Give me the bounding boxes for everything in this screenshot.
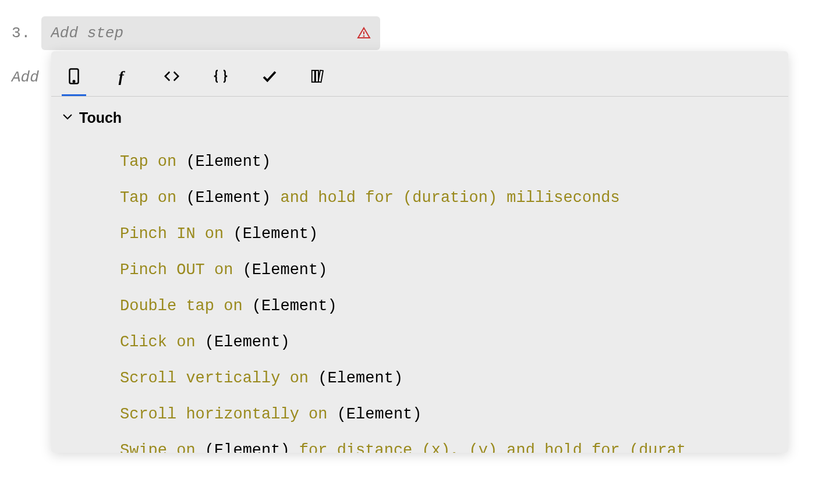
snippet-part: Pinch OUT on xyxy=(120,261,243,279)
tabs-bar: f xyxy=(51,51,788,97)
snippets-list: Tap on (Element)Tap on (Element) and hol… xyxy=(62,130,778,453)
step-number: 3. xyxy=(12,24,31,42)
step-input[interactable] xyxy=(41,16,380,50)
snippet-part: (Element) xyxy=(233,225,318,243)
snippet-item[interactable]: Tap on (Element) xyxy=(120,144,778,180)
tab-function[interactable]: f xyxy=(111,62,135,96)
snippet-item[interactable]: Pinch IN on (Element) xyxy=(120,216,778,252)
snippet-part: and hold for xyxy=(497,442,629,453)
snippet-item[interactable]: Double tap on (Element) xyxy=(120,288,778,324)
snippet-item[interactable]: Tap on (Element) and hold for (duration)… xyxy=(120,180,778,216)
warning-icon xyxy=(357,26,371,40)
tab-library[interactable] xyxy=(306,62,331,96)
snippet-part: Pinch IN on xyxy=(120,225,233,243)
snippet-part: Swipe on xyxy=(120,442,205,453)
svg-point-3 xyxy=(73,81,75,83)
snippet-part: (x) xyxy=(422,442,451,453)
snippet-part: (Element) xyxy=(186,153,271,171)
dropdown-content: Touch Tap on (Element)Tap on (Element) a… xyxy=(51,97,788,453)
snippet-part: for distance xyxy=(290,442,422,453)
svg-text:f: f xyxy=(119,68,126,85)
snippet-part: (Element) xyxy=(252,297,337,315)
snippet-part: (Element) xyxy=(243,261,328,279)
tab-mobile[interactable] xyxy=(62,62,86,96)
category-title: Touch xyxy=(79,109,122,126)
snippet-part: Tap on xyxy=(120,189,186,207)
snippet-part: (durat xyxy=(629,442,686,453)
tab-code[interactable] xyxy=(160,62,184,96)
snippet-part: Scroll horizontally on xyxy=(120,406,337,423)
step-row: 3. xyxy=(0,0,829,50)
snippet-part: Scroll vertically on xyxy=(120,370,318,387)
snippet-part: Tap on xyxy=(120,153,186,171)
snippet-item[interactable]: Swipe on (Element) for distance (x), (y)… xyxy=(120,432,778,453)
svg-point-1 xyxy=(364,36,364,37)
suggestions-dropdown: f xyxy=(51,51,788,453)
snippet-item[interactable]: Click on (Element) xyxy=(120,324,778,360)
snippet-part: (Element) xyxy=(186,189,271,207)
snippet-item[interactable]: Pinch OUT on (Element) xyxy=(120,252,778,288)
snippet-part: (Element) xyxy=(337,406,422,423)
snippet-part: and hold for xyxy=(271,189,403,207)
snippet-item[interactable]: Scroll horizontally on (Element) xyxy=(120,396,778,432)
snippet-item[interactable]: Scroll vertically on (Element) xyxy=(120,360,778,396)
add-label: Add xyxy=(12,69,39,86)
tab-object[interactable] xyxy=(208,62,233,96)
snippet-part: Click on xyxy=(120,333,205,351)
snippet-part: (Element) xyxy=(205,333,290,351)
chevron-down-icon xyxy=(62,112,73,123)
snippet-part: (y) xyxy=(469,442,498,453)
step-input-wrapper xyxy=(41,16,380,50)
snippet-part: , xyxy=(450,442,469,453)
category-header-touch[interactable]: Touch xyxy=(62,106,778,130)
snippet-part: milliseconds xyxy=(497,189,620,207)
snippet-part: (duration) xyxy=(403,189,497,207)
svg-rect-5 xyxy=(312,70,315,82)
snippet-part: Double tap on xyxy=(120,297,252,315)
snippet-part: (Element) xyxy=(318,370,403,387)
tab-check[interactable] xyxy=(257,62,282,96)
snippet-part: (Element) xyxy=(205,442,290,453)
